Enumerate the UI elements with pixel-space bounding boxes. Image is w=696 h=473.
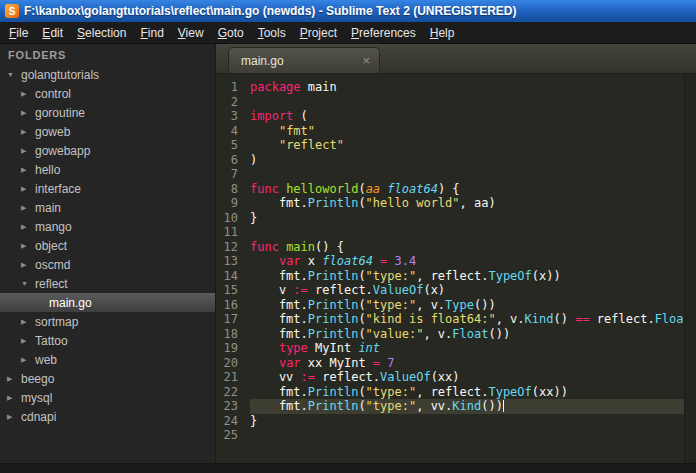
chevron-right-icon[interactable]: ▶ [7,375,18,383]
chevron-right-icon[interactable]: ▶ [21,185,32,193]
code-text: fmt.Println("type:", vv.Kind()) [250,399,684,414]
tree-item-label: Tattoo [35,334,68,348]
line-number: 6 [216,153,250,168]
code-text: func helloworld(aa float64) { [250,182,684,197]
vertical-scrollbar-track[interactable] [684,74,696,463]
sidebar: FOLDERS ▼golangtutorials▶control▶gorouti… [0,44,216,463]
chevron-right-icon[interactable]: ▶ [21,128,32,136]
code-text: } [250,211,684,226]
menu-help[interactable]: Help [423,23,462,43]
chevron-right-icon[interactable]: ▶ [21,318,32,326]
code-text: fmt.Println("value:", v.Float()) [250,327,684,342]
code-text: type MyInt int [250,341,684,356]
folder-mango[interactable]: ▶mango [0,217,215,236]
folder-mysql[interactable]: ▶mysql [0,388,215,407]
chevron-down-icon[interactable]: ▼ [7,71,18,78]
menu-view[interactable]: View [171,23,211,43]
folder-sortmap[interactable]: ▶sortmap [0,312,215,331]
line-number: 2 [216,95,250,110]
folder-interface[interactable]: ▶interface [0,179,215,198]
tree-item-label: goweb [35,125,70,139]
code-text [250,95,684,110]
code-line-3: 3import ( [216,109,684,124]
editor-area: main.go × 1package main23import (4 "fmt"… [216,44,696,463]
menu-bar: FileEditSelectionFindViewGotoToolsProjec… [0,22,696,44]
folder-oscmd[interactable]: ▶oscmd [0,255,215,274]
horizontal-scrollbar-track[interactable] [0,463,696,473]
folder-goroutine[interactable]: ▶goroutine [0,103,215,122]
folder-main[interactable]: ▶main [0,198,215,217]
code-line-20: 20 var xx MyInt = 7 [216,356,684,371]
title-bar[interactable]: S F:\kanbox\golangtutorials\reflect\main… [0,0,696,22]
menu-project[interactable]: Project [293,23,344,43]
line-number: 20 [216,356,250,371]
chevron-right-icon[interactable]: ▶ [21,356,32,364]
line-number: 12 [216,240,250,255]
menu-tools[interactable]: Tools [251,23,293,43]
tab-close-icon[interactable]: × [362,54,370,67]
chevron-right-icon[interactable]: ▶ [21,337,32,345]
folder-goweb[interactable]: ▶goweb [0,122,215,141]
menu-edit[interactable]: Edit [35,23,70,43]
folder-control[interactable]: ▶control [0,84,215,103]
line-number: 5 [216,138,250,153]
folder-golangtutorials[interactable]: ▼golangtutorials [0,65,215,84]
menu-file[interactable]: File [2,23,35,43]
folder-beego[interactable]: ▶beego [0,369,215,388]
line-number: 17 [216,312,250,327]
menu-selection[interactable]: Selection [70,23,133,43]
code-editor[interactable]: 1package main23import (4 "fmt"5 "reflect… [216,74,684,463]
code-text: vv := reflect.ValueOf(xx) [250,370,684,385]
tree-item-label: beego [21,372,54,386]
folder-gowebapp[interactable]: ▶gowebapp [0,141,215,160]
chevron-right-icon[interactable]: ▶ [21,109,32,117]
text-cursor [503,400,504,412]
folder-cdnapi[interactable]: ▶cdnapi [0,407,215,426]
chevron-right-icon[interactable]: ▶ [21,261,32,269]
code-text: var xx MyInt = 7 [250,356,684,371]
code-text: fmt.Println("type:", reflect.TypeOf(xx)) [250,385,684,400]
menu-preferences[interactable]: Preferences [344,23,423,43]
sublime-logo-icon: S [5,4,19,18]
chevron-right-icon[interactable]: ▶ [7,413,18,421]
code-line-17: 17 fmt.Println("kind is float64:", v.Kin… [216,312,684,327]
tree-item-label: golangtutorials [21,68,99,82]
menu-goto[interactable]: Goto [211,23,251,43]
chevron-right-icon[interactable]: ▶ [21,166,32,174]
chevron-down-icon[interactable]: ▼ [21,280,32,287]
folder-hello[interactable]: ▶hello [0,160,215,179]
code-line-16: 16 fmt.Println("type:", v.Type()) [216,298,684,313]
code-line-7: 7 [216,167,684,182]
folder-web[interactable]: ▶web [0,350,215,369]
code-line-13: 13 var x float64 = 3.4 [216,254,684,269]
folders-header: FOLDERS [0,44,215,65]
tree-item-label: web [35,353,57,367]
line-number: 7 [216,167,250,182]
code-text [250,428,684,443]
folder-object[interactable]: ▶object [0,236,215,255]
line-number: 22 [216,385,250,400]
line-number: 15 [216,283,250,298]
tree-item-label: interface [35,182,81,196]
code-line-10: 10} [216,211,684,226]
chevron-right-icon[interactable]: ▶ [21,223,32,231]
code-line-9: 9 fmt.Println("hello world", aa) [216,196,684,211]
folder-reflect[interactable]: ▼reflect [0,274,215,293]
chevron-right-icon[interactable]: ▶ [21,242,32,250]
code-line-23: 23 fmt.Println("type:", vv.Kind()) [216,399,684,414]
menu-find[interactable]: Find [133,23,170,43]
file-main-go[interactable]: main.go [0,293,215,312]
code-text: "fmt" [250,124,684,139]
tree-item-label: oscmd [35,258,70,272]
chevron-right-icon[interactable]: ▶ [21,90,32,98]
sublime-window: S F:\kanbox\golangtutorials\reflect\main… [0,0,696,473]
line-number: 1 [216,80,250,95]
code-text: fmt.Println("hello world", aa) [250,196,684,211]
line-number: 25 [216,428,250,443]
chevron-right-icon[interactable]: ▶ [21,147,32,155]
tab-main-go[interactable]: main.go × [228,47,380,73]
tab-bar: main.go × [216,44,696,74]
folder-tattoo[interactable]: ▶Tattoo [0,331,215,350]
chevron-right-icon[interactable]: ▶ [21,204,32,212]
chevron-right-icon[interactable]: ▶ [7,394,18,402]
